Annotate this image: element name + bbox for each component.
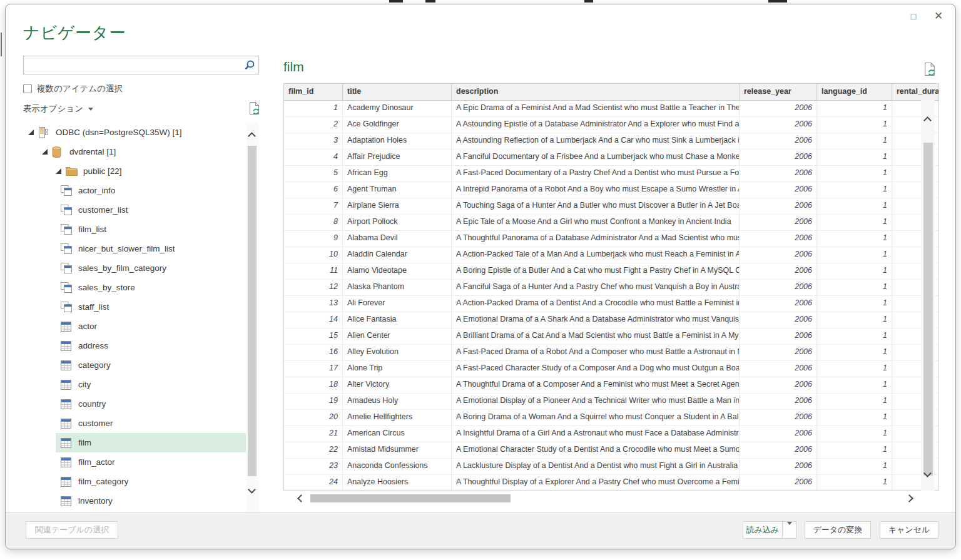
- tree-item-staff_list[interactable]: staff_list: [56, 297, 246, 317]
- table-cell: 2006: [740, 377, 817, 393]
- table-cell: A Boring Epistle of a Butler And a Cat w…: [452, 263, 740, 279]
- tree-item-actor_info[interactable]: actor_info: [56, 181, 246, 200]
- tree-item-dvdrental-1-[interactable]: dvdrental [1]: [23, 142, 246, 161]
- tree-item-address[interactable]: address: [56, 336, 246, 355]
- expander-icon[interactable]: [42, 149, 48, 155]
- tree-item-film_actor[interactable]: film_actor: [56, 452, 246, 472]
- cancel-button[interactable]: キャンセル: [880, 521, 938, 539]
- table-cell: A Emotional Drama of a A Shark And a Dat…: [452, 312, 740, 328]
- table-cell: 1: [817, 312, 892, 328]
- tree-item-film[interactable]: film: [56, 433, 246, 452]
- tree-scrollbar[interactable]: [246, 123, 258, 512]
- table-icon: [61, 360, 73, 370]
- view-icon: [61, 243, 73, 254]
- tree-item-film_category[interactable]: film_category: [56, 472, 246, 491]
- table-cell: A Action-Packed Tale of a Man And a Lumb…: [452, 247, 740, 263]
- tree-item-country[interactable]: country: [56, 394, 246, 414]
- tree-scrollbar-thumb[interactable]: [248, 146, 257, 476]
- maximize-button[interactable]: □: [904, 7, 923, 26]
- tree-item-inventory[interactable]: inventory: [56, 491, 246, 511]
- expander-icon[interactable]: [28, 130, 34, 135]
- table-cell: Ali Forever: [343, 296, 452, 312]
- tree-item-label: customer: [78, 419, 113, 428]
- table-cell: 16: [284, 345, 343, 360]
- tree-item-category[interactable]: category: [56, 355, 246, 375]
- search-icon[interactable]: [243, 59, 255, 74]
- load-button[interactable]: 読み込み: [743, 521, 783, 539]
- refresh-preview-icon[interactable]: [923, 62, 937, 80]
- display-options-dropdown[interactable]: 表示オプション: [23, 103, 93, 115]
- background-fragment: [584, 0, 593, 3]
- table-cell: 2006: [740, 345, 817, 360]
- close-button[interactable]: ✕: [929, 7, 948, 26]
- tree-item-label: film_actor: [78, 457, 115, 467]
- tree-item-label: film_category: [78, 477, 128, 486]
- tree-item-odbc-dsn-postgresql35w-1-[interactable]: ODBC (dsn=PostgreSQL35W) [1]: [23, 123, 246, 142]
- search-input[interactable]: [28, 57, 240, 73]
- tree-item-public-22-[interactable]: public [22]: [23, 161, 246, 181]
- scroll-left-icon[interactable]: [297, 494, 305, 502]
- preview-table: film_idtitledescriptionrelease_yearlangu…: [283, 83, 939, 491]
- table-cell: 2006: [740, 133, 817, 149]
- table-cell: Amadeus Holy: [343, 394, 452, 409]
- table-cell: 20: [284, 410, 343, 425]
- select-related-tables-button[interactable]: 関連テーブルの選択: [26, 521, 118, 539]
- background-fragment: [425, 0, 435, 3]
- preview-table-header: film_idtitledescriptionrelease_yearlangu…: [284, 84, 938, 101]
- tree-item-label: inventory: [78, 496, 113, 506]
- preview-vertical-scrollbar[interactable]: [921, 100, 935, 491]
- table-row: 22Amistad MidsummerA Emotional Character…: [284, 442, 938, 459]
- table-cell: 10: [284, 247, 343, 263]
- tree-item-label: sales_by_film_category: [78, 263, 166, 273]
- refresh-source-icon[interactable]: [248, 101, 261, 119]
- table-row: 21American CircusA Insightful Drama of a…: [284, 426, 938, 442]
- table-cell: 15: [284, 328, 343, 344]
- tree-item-sales_by_film_category[interactable]: sales_by_film_category: [56, 258, 246, 278]
- view-icon: [61, 185, 73, 196]
- table-cell: 2006: [740, 247, 817, 263]
- table-cell: A Thoughtful Panorama of a Database Admi…: [452, 231, 740, 247]
- tree-item-nicer_but_slower_film_list[interactable]: nicer_but_slower_film_list: [56, 239, 246, 258]
- tree-item-actor[interactable]: actor: [56, 317, 246, 336]
- table-row: 4Affair PrejudiceA Fanciful Documentary …: [284, 150, 938, 166]
- table-cell: Alien Center: [343, 328, 452, 344]
- table-cell: 1: [817, 410, 892, 425]
- preview-scrollbar-thumb[interactable]: [923, 143, 933, 476]
- search-box[interactable]: [23, 56, 259, 74]
- screen: □ ✕ ナビゲーター 複数のアイテムの選択 表示オプション: [0, 0, 961, 560]
- scroll-down-icon[interactable]: [248, 486, 256, 494]
- table-cell: A Fast-Paced Documentary of a Pastry Che…: [452, 166, 740, 181]
- table-cell: A Fanciful Documentary of a Frisbee And …: [452, 150, 740, 165]
- table-icon: [61, 419, 73, 429]
- scroll-up-icon[interactable]: [248, 132, 256, 140]
- tree-item-sales_by_store[interactable]: sales_by_store: [56, 278, 246, 297]
- tree-item-customer_list[interactable]: customer_list: [56, 200, 246, 220]
- table-cell: 2006: [740, 475, 817, 491]
- tree-item-city[interactable]: city: [56, 375, 246, 394]
- tree-item-film_list[interactable]: film_list: [56, 220, 246, 239]
- table-cell: 1: [817, 166, 892, 181]
- table-cell: 14: [284, 312, 343, 328]
- column-header-rental_dura: rental_dura: [892, 84, 939, 100]
- preview-hscrollbar-thumb[interactable]: [310, 494, 511, 502]
- preview-horizontal-scrollbar[interactable]: [283, 492, 939, 505]
- table-cell: 1: [817, 150, 892, 165]
- transform-data-button[interactable]: データの変換: [805, 521, 871, 539]
- tree-item-customer[interactable]: customer: [56, 414, 246, 433]
- multi-select-checkbox[interactable]: [23, 84, 32, 93]
- table-icon: [61, 399, 73, 409]
- tree-item-label: film: [78, 438, 91, 447]
- load-dropdown-button[interactable]: [782, 521, 796, 539]
- table-row: 11Alamo VideotapeA Boring Epistle of a B…: [284, 263, 938, 280]
- table-cell: 2006: [740, 101, 817, 116]
- expander-icon[interactable]: [56, 168, 61, 174]
- table-cell: Alter Victory: [343, 377, 452, 393]
- scroll-right-icon[interactable]: [905, 494, 913, 502]
- table-cell: A Fast-Paced Character Study of a Compos…: [452, 361, 740, 377]
- scroll-up-icon[interactable]: [923, 116, 932, 125]
- table-cell: Agent Truman: [343, 182, 452, 198]
- table-cell: 2: [284, 117, 343, 133]
- tree-item-label: actor: [78, 322, 97, 331]
- table-row: 3Adaptation HolesA Astounding Reflection…: [284, 133, 938, 150]
- table-cell: A Brilliant Drama of a Cat And a Mad Sci…: [452, 328, 740, 344]
